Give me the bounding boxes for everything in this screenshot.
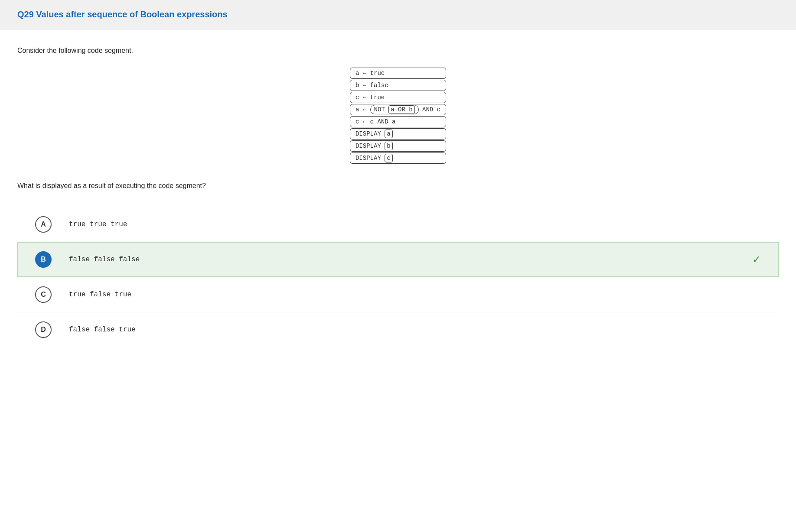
code-line-3: c ← true xyxy=(350,92,446,103)
option-b[interactable]: B false false false ✓ xyxy=(17,242,779,277)
option-d[interactable]: D false false true xyxy=(17,312,779,347)
code-line-6: DISPLAY a xyxy=(350,128,446,139)
header: Q29 Values after sequence of Boolean exp… xyxy=(0,0,796,29)
display-c-box: c xyxy=(385,154,392,162)
code-line-5: c ← c AND a xyxy=(350,116,446,127)
option-a-text: true true true xyxy=(69,221,127,228)
question-preamble: Consider the following code segment. xyxy=(17,47,779,55)
option-b-letter: B xyxy=(35,251,52,268)
code-block: a ← true b ← false c ← true a ← NOT a OR… xyxy=(350,68,446,165)
answer-options: A true true true B false false false ✓ C… xyxy=(17,207,779,347)
not-a-or-b-oval: NOT a OR b xyxy=(370,105,419,114)
display-a-box: a xyxy=(385,130,392,138)
option-a-letter: A xyxy=(35,216,52,233)
code-line-1: a ← true xyxy=(350,68,446,79)
code-block-container: a ← true b ← false c ← true a ← NOT a OR… xyxy=(17,68,779,165)
question-prompt: What is displayed as a result of executi… xyxy=(17,182,779,190)
page-title: Q29 Values after sequence of Boolean exp… xyxy=(17,10,228,19)
correct-check-icon: ✓ xyxy=(752,253,761,266)
option-c-letter: C xyxy=(35,286,52,303)
a-or-b-box: a OR b xyxy=(388,105,414,114)
main-content: Consider the following code segment. a ←… xyxy=(0,29,796,364)
option-c-text: true false true xyxy=(69,291,131,298)
option-d-letter: D xyxy=(35,321,52,338)
code-line-2: b ← false xyxy=(350,80,446,91)
code-line-4: a ← NOT a OR b AND c xyxy=(350,104,446,115)
code-line-8: DISPLAY c xyxy=(350,152,446,164)
code-line-7: DISPLAY b xyxy=(350,140,446,152)
option-b-text: false false false xyxy=(69,256,140,263)
display-b-box: b xyxy=(385,142,392,150)
option-a[interactable]: A true true true xyxy=(17,207,779,242)
option-c[interactable]: C true false true xyxy=(17,277,779,312)
option-d-text: false false true xyxy=(69,326,136,334)
